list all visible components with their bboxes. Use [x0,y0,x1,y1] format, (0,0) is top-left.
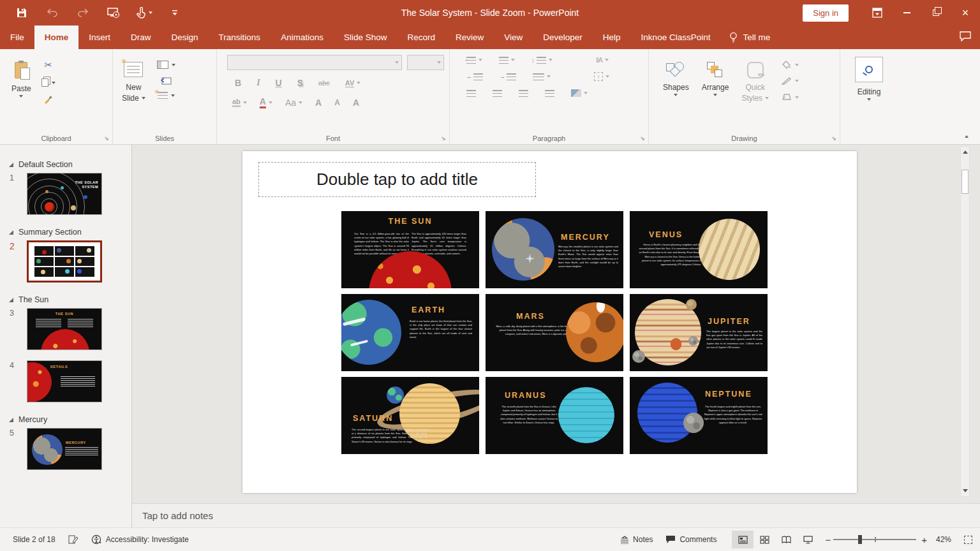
paste-button[interactable]: Paste [11,55,31,104]
slide-row-3[interactable]: 3 THE SUN [0,308,131,350]
bullets-icon[interactable] [466,57,476,64]
slide-1-thumbnail[interactable]: THE SOLAR SYSTEM [27,173,102,215]
start-slideshow-icon[interactable] [101,4,126,22]
normal-view-button[interactable] [732,531,754,548]
reading-view-button[interactable] [775,531,797,548]
bold-button[interactable]: B [235,78,241,88]
comments-toggle-button[interactable]: Comments [659,535,723,544]
align-center-icon[interactable] [493,90,502,97]
scroll-up-button[interactable] [961,147,969,158]
decrease-font-size-button[interactable]: A [334,98,340,107]
italic-button[interactable]: I [256,78,260,88]
tab-record[interactable]: Record [397,26,445,49]
tab-slide-show[interactable]: Slide Show [334,26,397,49]
save-icon[interactable] [9,4,34,22]
new-slide-button[interactable]: New Slide [122,55,145,103]
tab-view[interactable]: View [494,26,533,49]
card-earth[interactable]: EARTH Earth is our home planet, the thir… [341,294,479,371]
columns-icon[interactable] [533,73,544,80]
align-text-icon[interactable]: ↕ [594,72,603,81]
card-the-sun[interactable]: THE SUN Our Sun is a 4.5 billion-year-ol… [341,211,479,288]
section-collapse-icon[interactable] [9,230,13,235]
card-neptune[interactable]: NEPTUNE The fourth-largest and eighth pl… [630,377,768,454]
accessibility-checker[interactable]: Accessibility: Investigate [85,528,195,551]
copy-icon[interactable] [41,78,56,87]
close-button[interactable]: × [951,0,980,26]
tab-developer[interactable]: Developer [533,26,593,49]
reset-slide-icon[interactable] [157,76,175,85]
card-uranus[interactable]: URANUS The seventh planet from the Sun i… [486,377,623,454]
notes-pane[interactable]: Tap to add notes [132,503,980,527]
align-right-icon[interactable] [519,90,528,97]
slide-sorter-view-button[interactable] [754,531,775,548]
card-venus[interactable]: VENUS Venus is Earth's closest planetary… [630,211,768,288]
shape-fill-icon[interactable] [782,61,799,69]
scroll-down-button[interactable] [961,485,969,496]
touch-mode-chevron[interactable] [149,11,152,14]
fit-slide-to-window-button[interactable] [958,536,974,544]
notes-toggle-button[interactable]: Notes [614,535,659,544]
slide-2-thumbnail-selected[interactable] [27,240,102,283]
slide-row-1[interactable]: 1 THE SOLAR SYSTEM [0,173,131,215]
tell-me-button[interactable]: Tell me [720,26,779,49]
tab-review[interactable]: Review [445,26,494,49]
font-size-combobox[interactable] [407,55,444,70]
justify-icon[interactable] [545,90,554,97]
convert-smartart-icon[interactable] [571,89,581,97]
highlight-color-button[interactable]: ab [232,98,241,107]
section-collapse-icon[interactable] [9,298,13,302]
section-default[interactable]: Default Section [0,158,131,172]
tab-help[interactable]: Help [593,26,631,49]
current-slide[interactable]: Double tap to add title THE SUN Our Sun … [242,151,857,493]
increase-indent-icon[interactable]: → [500,73,516,80]
tab-file[interactable]: File [0,26,34,49]
tab-design[interactable]: Design [161,26,209,49]
tab-inknoe-classpoint[interactable]: Inknoe ClassPoint [631,26,721,49]
collapse-ribbon-icon[interactable] [965,129,969,140]
zoom-slider[interactable] [833,539,916,540]
editing-button[interactable]: Editing [847,49,891,101]
cut-icon[interactable]: ✂ [41,59,56,71]
comments-bubble-icon[interactable] [960,31,971,41]
slide-row-5[interactable]: 5 MERCURY [0,428,131,470]
character-spacing-button[interactable]: AV [345,79,354,87]
card-mercury[interactable]: MERCURY Mercury, the smallest planet in … [486,211,623,288]
format-painter-icon[interactable] [41,94,56,104]
sign-in-button[interactable]: Sign in [803,4,849,22]
quick-styles-button[interactable]: Quick Styles [741,55,769,103]
zoom-level[interactable]: 42% [930,535,958,544]
touch-mouse-mode-icon[interactable] [131,4,157,22]
scrollbar-thumb[interactable] [961,170,969,194]
section-summary[interactable]: Summary Section [0,225,131,239]
tab-insert[interactable]: Insert [78,26,121,49]
customize-qat-icon[interactable] [162,4,188,22]
slide-4-thumbnail[interactable]: DETAILS [27,360,102,402]
slide-row-4[interactable]: 4 DETAILS [0,360,131,402]
paragraph-dialog-launcher[interactable]: ⇘ [640,135,645,142]
section-collapse-icon[interactable] [9,418,13,422]
card-saturn[interactable]: SATURN The second-largest planet in our … [341,377,479,454]
section-mercury[interactable]: Mercury [0,413,131,427]
tab-animations[interactable]: Animations [271,26,334,49]
font-name-combobox[interactable] [227,55,402,70]
line-spacing-icon[interactable]: ↕ [531,57,546,64]
font-color-button[interactable]: A [260,96,266,108]
slide-layout-icon[interactable] [157,61,175,69]
undo-icon[interactable] [40,4,65,22]
clear-formatting-button[interactable]: A [353,98,359,108]
decrease-indent-icon[interactable]: ← [466,73,483,80]
text-shadow-button[interactable]: S [297,78,303,88]
tab-draw[interactable]: Draw [121,26,161,49]
numbering-icon[interactable] [499,57,509,64]
clipboard-dialog-launcher[interactable]: ⇘ [104,135,109,142]
card-mars[interactable]: MARS Mars, a cold, dry, dusty planet wit… [486,294,623,371]
section-icon[interactable]: ✳ [157,92,175,99]
minimize-button[interactable] [892,0,921,26]
shapes-button[interactable]: Shapes [663,55,689,103]
strikethrough-button[interactable]: abc [318,79,330,87]
tab-home[interactable]: Home [34,26,79,49]
section-collapse-icon[interactable] [9,163,13,167]
tab-transitions[interactable]: Transitions [209,26,271,49]
slide-editing-canvas[interactable]: Double tap to add title THE SUN Our Sun … [132,145,980,503]
change-case-button[interactable]: Aa [285,98,296,108]
